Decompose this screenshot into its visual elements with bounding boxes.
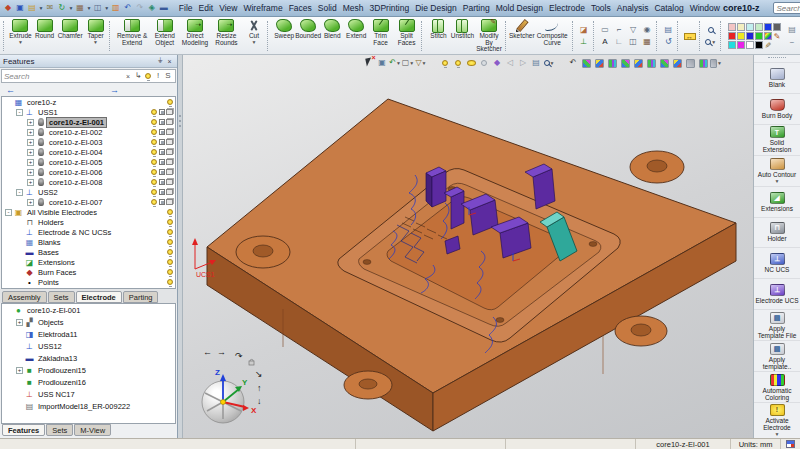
show-icon[interactable] [442, 60, 448, 66]
menu-die-design[interactable]: Die Design [412, 3, 460, 13]
ucs-copy-icon[interactable] [647, 59, 656, 68]
menu-catalog[interactable]: Catalog [651, 3, 686, 13]
tree-item-prodlouzeni16[interactable]: ■Prodlouzeni16 [2, 376, 175, 388]
selection-stack-icon[interactable]: ▣ [378, 58, 386, 68]
visibility-bulb-icon[interactable] [151, 149, 157, 155]
expand-toggle-icon[interactable]: + [27, 169, 34, 176]
copy-icon[interactable] [166, 109, 173, 115]
expand-toggle-icon[interactable]: + [16, 319, 23, 326]
brush-icon[interactable]: ✎ [764, 41, 772, 49]
dropdown-caret-icon[interactable]: ▼ [422, 61, 427, 65]
reselect-icon[interactable]: ↶ [389, 58, 396, 68]
visibility-bulb-icon[interactable] [167, 269, 173, 275]
sidebar-holder[interactable]: ⊓Holder [754, 217, 800, 248]
suppressed-filter-icon[interactable]: ! [157, 71, 159, 81]
copy-icon[interactable] [166, 199, 173, 205]
tree-item-z-kladna13[interactable]: ▬Základna13 [2, 352, 175, 364]
visibility-bulb-icon[interactable] [167, 209, 173, 215]
show-only-icon[interactable] [467, 60, 476, 66]
expand-toggle-icon[interactable]: + [27, 129, 34, 136]
checkbox-icon[interactable] [159, 159, 165, 165]
tree-item-holders[interactable]: ⊓Holders [2, 217, 175, 227]
sidebar-nc-ucs[interactable]: ⊥NC UCS [754, 247, 800, 278]
visibility-bulb-icon[interactable] [167, 99, 173, 105]
show-all-icon[interactable] [455, 60, 461, 66]
ribbon-sketcher[interactable]: Sketcher [510, 18, 534, 40]
color-swatch[interactable] [773, 23, 781, 31]
ucs-rotate-icon[interactable] [621, 59, 630, 68]
tree-item-bases[interactable]: ▬Bases [2, 247, 175, 257]
ucs-align-icon[interactable] [595, 59, 604, 68]
tree-item-uss12[interactable]: ⊥USS12 [2, 340, 175, 352]
menu-file[interactable]: File [176, 3, 196, 13]
tab-assembly[interactable]: Assembly [2, 291, 47, 303]
checkbox-icon[interactable] [159, 189, 165, 195]
ucs-ghost-icon[interactable] [686, 59, 695, 68]
dropdown-caret-icon[interactable]: ▼ [18, 40, 23, 44]
menu-solid[interactable]: Solid [315, 3, 340, 13]
ribbon-stitch[interactable]: Stitch [426, 18, 450, 40]
tree-item-blanks[interactable]: ▦Blanks [2, 237, 175, 247]
tab-m-view[interactable]: M-View [74, 424, 111, 436]
expand-toggle-icon[interactable]: + [27, 119, 34, 126]
collapse-ribbon-icon[interactable]: − [787, 37, 798, 49]
ribbon-direct-modeling[interactable]: Direct Modeling [179, 18, 211, 46]
visibility-bulb-icon[interactable] [167, 279, 173, 285]
orientation-sphere[interactable]: Z Y X [202, 368, 257, 423]
show-by-color-icon[interactable]: ◆ [494, 58, 500, 68]
visibility-bulb-icon[interactable] [151, 189, 157, 195]
ribbon-split-faces[interactable]: Split Faces [393, 18, 420, 46]
sidebar-solid-extension[interactable]: TSolid Extension [754, 124, 800, 155]
ribbon-cut[interactable]: Cut▼ [242, 18, 266, 44]
ribbon-extrude[interactable]: Extrude▼ [8, 18, 32, 44]
tree-item-objects[interactable]: +▞Objects [2, 316, 175, 328]
dropdown-caret-icon[interactable]: ▼ [396, 61, 401, 65]
menu-faces[interactable]: Faces [286, 3, 315, 13]
ribbon-unstitch[interactable]: Unstitch [450, 18, 474, 40]
history-icon[interactable]: ↺ [665, 37, 672, 47]
leader-icon[interactable]: ⌐ [617, 25, 622, 35]
reorder-filter-icon[interactable]: ↳ [135, 71, 142, 81]
sidebar-blank[interactable]: Blank [754, 62, 800, 93]
tree-item-electrode-nc-ucss[interactable]: ⊥Electrode & NC UCSs [2, 227, 175, 237]
sidebar-extensions[interactable]: ◢Extensions [754, 186, 800, 217]
sketch-filter-icon[interactable]: S [165, 71, 170, 81]
menu-edit[interactable]: Edit [196, 3, 217, 13]
save-icon[interactable]: ▣ [15, 2, 26, 14]
ribbon-modify-by-sketcher[interactable]: Modify By Sketcher▼ [474, 18, 503, 54]
mold-block[interactable] [207, 99, 736, 431]
tree-item-burn-faces[interactable]: ◆Burn Faces [2, 267, 175, 277]
ucs-pick-icon[interactable] [699, 59, 708, 68]
color-swatch[interactable] [737, 23, 745, 31]
tab-parting[interactable]: Parting [123, 291, 159, 303]
frame-icon[interactable]: ▭ [601, 25, 609, 35]
ribbon-trim-face[interactable]: Trim Face [368, 18, 393, 46]
menu-parting[interactable]: Parting [460, 3, 493, 13]
checkbox-icon[interactable] [159, 119, 165, 125]
menu-window[interactable]: Window [687, 3, 723, 13]
expand-toggle-icon[interactable]: - [16, 189, 23, 196]
checkbox-icon[interactable] [159, 179, 165, 185]
library-icon[interactable]: ▦ [74, 2, 85, 14]
global-search-input[interactable]: Search [773, 2, 800, 14]
balloon-icon[interactable]: ◉ [644, 25, 651, 35]
ucs-by-entity-icon[interactable] [710, 59, 717, 68]
copy-icon[interactable] [166, 149, 173, 155]
pick-window-icon[interactable]: ▢ [402, 58, 410, 68]
visibility-bulb-icon[interactable] [167, 259, 173, 265]
dropdown-caret-icon[interactable]: ▼ [711, 40, 716, 44]
clear-search-icon[interactable]: × [123, 73, 133, 80]
zoom-add-icon[interactable] [705, 39, 711, 45]
ribbon-extend[interactable]: Extend [344, 18, 368, 40]
checkbox-icon[interactable] [159, 169, 165, 175]
menu-3dprinting[interactable]: 3DPrinting [367, 3, 413, 13]
sidebar-apply-template[interactable]: ▤Apply template.. [754, 340, 800, 371]
tree-item-core10-z-el-001[interactable]: ●core10-z-El-001 [2, 304, 175, 316]
viewport[interactable]: ▣↶▼▢▼▽▼◆◁▷▤▼↶▼ [183, 55, 753, 438]
visibility-bulb-icon[interactable] [151, 139, 157, 145]
dropdown-caret-icon[interactable]: ▼ [409, 61, 414, 65]
checkbox-icon[interactable] [159, 149, 165, 155]
menu-analysis[interactable]: Analysis [614, 3, 652, 13]
dropdown-caret-icon[interactable]: ▼ [717, 61, 722, 65]
tree-item-core10-z-el-003[interactable]: +core10-z-El-003 [2, 137, 175, 147]
